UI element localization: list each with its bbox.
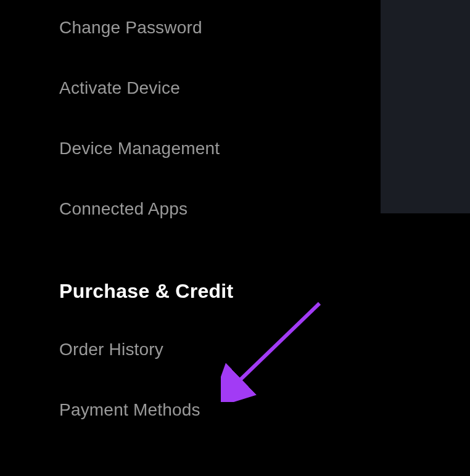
section-header-purchase-credit: Purchase & Credit xyxy=(59,280,470,303)
menu-item-order-history[interactable]: Order History xyxy=(59,340,470,359)
right-side-panel xyxy=(381,0,470,213)
menu-item-payment-methods[interactable]: Payment Methods xyxy=(59,400,470,420)
